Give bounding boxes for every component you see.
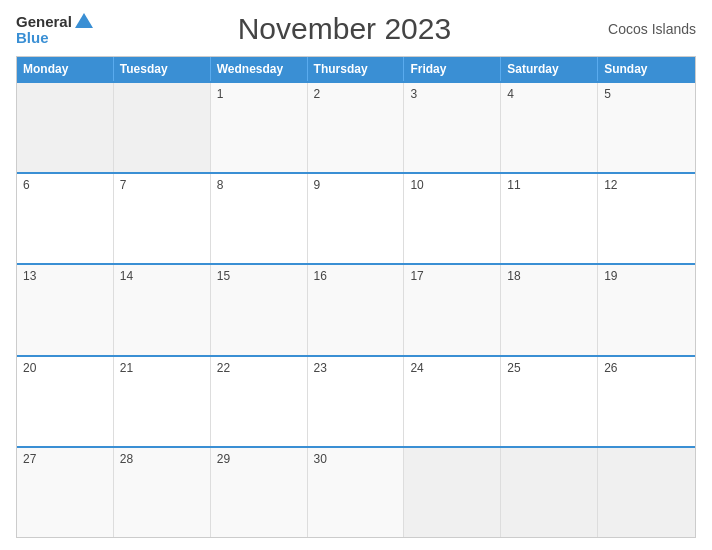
calendar-cell: 23 <box>308 357 405 446</box>
calendar-cell: 1 <box>211 83 308 172</box>
day-number: 23 <box>314 361 327 375</box>
logo: General Blue <box>16 13 93 45</box>
calendar-cell: 6 <box>17 174 114 263</box>
day-number: 20 <box>23 361 36 375</box>
calendar-cell: 21 <box>114 357 211 446</box>
day-number: 25 <box>507 361 520 375</box>
calendar-cell: 20 <box>17 357 114 446</box>
calendar-cell: 10 <box>404 174 501 263</box>
calendar-cell <box>17 83 114 172</box>
day-number: 15 <box>217 269 230 283</box>
calendar-cell <box>404 448 501 537</box>
day-number: 18 <box>507 269 520 283</box>
calendar-cell: 5 <box>598 83 695 172</box>
region-label: Cocos Islands <box>596 21 696 37</box>
day-number: 29 <box>217 452 230 466</box>
day-number: 7 <box>120 178 127 192</box>
day-number: 10 <box>410 178 423 192</box>
logo-general-text: General <box>16 14 72 29</box>
calendar-cell: 3 <box>404 83 501 172</box>
day-number: 11 <box>507 178 520 192</box>
calendar-cell: 24 <box>404 357 501 446</box>
calendar-cell: 27 <box>17 448 114 537</box>
day-number: 22 <box>217 361 230 375</box>
weekday-header-sunday: Sunday <box>598 57 695 81</box>
day-number: 16 <box>314 269 327 283</box>
day-number: 4 <box>507 87 514 101</box>
day-number: 2 <box>314 87 321 101</box>
day-number: 19 <box>604 269 617 283</box>
calendar-cell: 2 <box>308 83 405 172</box>
header: General Blue November 2023 Cocos Islands <box>16 12 696 46</box>
weekday-header-monday: Monday <box>17 57 114 81</box>
calendar-cell: 11 <box>501 174 598 263</box>
day-number: 12 <box>604 178 617 192</box>
logo-triangle-icon <box>75 13 93 28</box>
day-number: 9 <box>314 178 321 192</box>
calendar-cell: 4 <box>501 83 598 172</box>
calendar-cell: 18 <box>501 265 598 354</box>
calendar-cell <box>501 448 598 537</box>
calendar-week-1: 12345 <box>17 81 695 172</box>
weekday-header-saturday: Saturday <box>501 57 598 81</box>
day-number: 14 <box>120 269 133 283</box>
calendar-week-2: 6789101112 <box>17 172 695 263</box>
calendar-cell: 16 <box>308 265 405 354</box>
weekday-header-tuesday: Tuesday <box>114 57 211 81</box>
day-number: 5 <box>604 87 611 101</box>
calendar-cell: 7 <box>114 174 211 263</box>
day-number: 3 <box>410 87 417 101</box>
day-number: 26 <box>604 361 617 375</box>
day-number: 8 <box>217 178 224 192</box>
calendar-cell: 17 <box>404 265 501 354</box>
calendar-header: MondayTuesdayWednesdayThursdayFridaySatu… <box>17 57 695 81</box>
calendar-week-3: 13141516171819 <box>17 263 695 354</box>
calendar-cell: 14 <box>114 265 211 354</box>
calendar-cell: 29 <box>211 448 308 537</box>
calendar-body: 1234567891011121314151617181920212223242… <box>17 81 695 537</box>
calendar-cell <box>598 448 695 537</box>
calendar-title: November 2023 <box>93 12 596 46</box>
calendar-cell <box>114 83 211 172</box>
day-number: 27 <box>23 452 36 466</box>
weekday-header-wednesday: Wednesday <box>211 57 308 81</box>
day-number: 30 <box>314 452 327 466</box>
calendar-cell: 19 <box>598 265 695 354</box>
day-number: 17 <box>410 269 423 283</box>
calendar-cell: 8 <box>211 174 308 263</box>
calendar-cell: 13 <box>17 265 114 354</box>
calendar-week-4: 20212223242526 <box>17 355 695 446</box>
calendar-week-5: 27282930 <box>17 446 695 537</box>
calendar-cell: 9 <box>308 174 405 263</box>
day-number: 6 <box>23 178 30 192</box>
calendar-cell: 15 <box>211 265 308 354</box>
weekday-header-thursday: Thursday <box>308 57 405 81</box>
logo-blue-text: Blue <box>16 30 49 45</box>
page: General Blue November 2023 Cocos Islands… <box>0 0 712 550</box>
day-number: 1 <box>217 87 224 101</box>
calendar-cell: 12 <box>598 174 695 263</box>
calendar-cell: 22 <box>211 357 308 446</box>
calendar-cell: 25 <box>501 357 598 446</box>
weekday-header-friday: Friday <box>404 57 501 81</box>
day-number: 24 <box>410 361 423 375</box>
day-number: 21 <box>120 361 133 375</box>
day-number: 28 <box>120 452 133 466</box>
calendar-cell: 30 <box>308 448 405 537</box>
calendar: MondayTuesdayWednesdayThursdayFridaySatu… <box>16 56 696 538</box>
calendar-cell: 28 <box>114 448 211 537</box>
calendar-cell: 26 <box>598 357 695 446</box>
day-number: 13 <box>23 269 36 283</box>
